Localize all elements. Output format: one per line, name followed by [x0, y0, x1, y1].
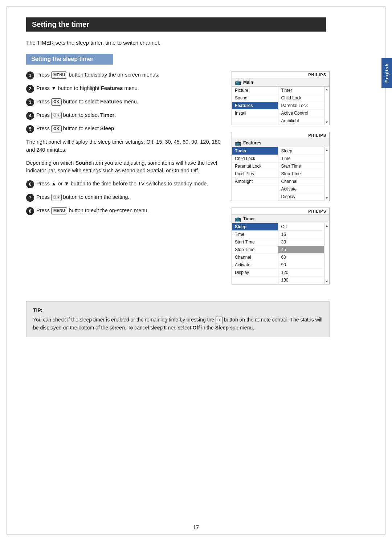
tv-menu-timer-title: Timer — [243, 216, 255, 221]
tip-content: You can check if the sleep timer is enab… — [33, 316, 323, 332]
step-8: 8 Press MENU button to exit the on-scree… — [26, 207, 221, 215]
step-text-6: Press ▲ or ▼ button to the time before t… — [36, 180, 208, 188]
menu2-left-ambilight: Ambilight — [232, 178, 278, 185]
menu1-right-ambilight: Ambilight — [278, 117, 324, 125]
menu3-left-display: Display — [232, 269, 278, 276]
menu3-left-starttime: Start Time — [232, 238, 278, 246]
scroll-up-arrow-2[interactable]: ▲ — [325, 148, 328, 152]
step-4: 4 Press OK button to select Timer. — [26, 111, 221, 120]
menu3-right-180: 180 — [278, 276, 324, 284]
menu1-left-sound: Sound — [232, 94, 278, 102]
menu1-left-picture: Picture — [232, 87, 278, 94]
menu3-right-15: 15 — [278, 231, 324, 238]
step-number-6: 6 — [26, 180, 34, 188]
scroll-down-arrow-1[interactable]: ▼ — [325, 120, 328, 124]
ok-button-icon-4: OK — [51, 112, 62, 119]
menu2-right-activate: Activate — [278, 185, 324, 193]
step-2: 2 Press ▼ button to highlight Features m… — [26, 85, 221, 93]
menu1-right-childlock: Child Lock — [278, 94, 324, 102]
tv-menu-main-title: Main — [243, 80, 253, 85]
step-1: 1 Press MENU button to display the on-sc… — [26, 71, 221, 79]
tv-icon-2: 📺 — [235, 140, 241, 146]
scroll-up-arrow-1[interactable]: ▲ — [325, 87, 328, 91]
menu3-right-120: 120 — [278, 269, 324, 276]
step-number-7: 7 — [26, 194, 34, 202]
menu2-right-sleep: Sleep — [278, 147, 324, 155]
menu-button-icon: MENU — [51, 71, 67, 78]
step-number-8: 8 — [26, 207, 34, 215]
instructions-col: 1 Press MENU button to display the on-sc… — [26, 71, 221, 291]
menu3-left-stoptime: Stop Time — [232, 246, 278, 254]
step-number-3: 3 — [26, 98, 34, 106]
menu2-right-time: Time — [278, 155, 324, 163]
step-3: 3 Press OK button to select Features men… — [26, 98, 221, 106]
menu2-right-starttime: Start Time — [278, 163, 324, 170]
tv-menu-main: PHILIPS 📺 Main Picture Sound Features In… — [232, 71, 330, 125]
menu3-left-activate: Activate — [232, 261, 278, 269]
step-5: 5 Press OK button to select Sleep. — [26, 125, 221, 133]
ok-button-icon-7: OK — [51, 194, 62, 201]
section-title: Setting the timer — [26, 17, 326, 32]
step-text-4: Press OK button to select Timer. — [36, 111, 116, 119]
menu2-left-childlock: Child Lock — [232, 155, 278, 163]
scroll-down-arrow-2[interactable]: ▼ — [325, 196, 328, 200]
intro-text: The TIMER sets the sleep timer, time to … — [26, 40, 326, 46]
tv-menu-features: PHILIPS 📺 Features Timer Child Lock Pare… — [232, 132, 330, 201]
extra-text-1: The right panel will display the sleep t… — [26, 138, 221, 154]
step-number-1: 1 — [26, 71, 34, 79]
ok-button-icon-3: OK — [51, 98, 62, 105]
tv-menu-timer: PHILIPS 📺 Timer Sleep Time Start Time St… — [232, 208, 330, 284]
scroll-down-arrow-3[interactable]: ▼ — [325, 280, 328, 283]
menu1-left-features: Features — [232, 102, 278, 110]
tv-icon-1: 📺 — [235, 79, 241, 85]
sub-section-title: Setting the sleep timer — [26, 54, 113, 65]
menu-button-icon-8: MENU — [51, 207, 67, 214]
menu1-left-install: Install — [232, 110, 278, 117]
menu3-left-channel: Channel — [232, 254, 278, 261]
tv-menu-timer-brand: PHILIPS — [232, 208, 329, 215]
menu3-left-time: Time — [232, 231, 278, 238]
menu3-right-60: 60 — [278, 254, 324, 261]
extra-text-2: Depending on which Sound item you are ad… — [26, 159, 221, 175]
menu1-right-parentallock: Parental Lock — [278, 102, 324, 110]
menu2-left-parentallock: Parental Lock — [232, 163, 278, 170]
step-number-5: 5 — [26, 125, 34, 133]
step-number-2: 2 — [26, 85, 34, 93]
menu3-right-90: 90 — [278, 261, 324, 269]
tip-label: TIP: — [33, 307, 323, 315]
menu1-right-timer: Timer — [278, 87, 324, 94]
menu2-right-display: Display — [278, 193, 324, 201]
tv-icon-3: 📺 — [235, 216, 241, 222]
step-number-4: 4 — [26, 112, 34, 120]
menu3-right-45: 45 — [278, 246, 324, 254]
step-text-8: Press MENU button to exit the on-screen … — [36, 207, 149, 214]
menu2-left-pixelplus: Pixel Plus — [232, 170, 278, 178]
menu1-left-empty1 — [232, 117, 278, 125]
step-text-5: Press OK button to select Sleep. — [36, 125, 116, 132]
step-7: 7 Press OK button to confirm the setting… — [26, 193, 221, 202]
menu2-right-stoptime: Stop Time — [278, 170, 324, 178]
step-6: 6 Press ▲ or ▼ button to the time before… — [26, 180, 221, 188]
scroll-up-arrow-3[interactable]: ▲ — [325, 224, 328, 228]
menu3-right-off: Off — [278, 223, 324, 231]
page-number: 17 — [193, 524, 199, 530]
menus-col: PHILIPS 📺 Main Picture Sound Features In… — [232, 71, 330, 291]
step-text-3: Press OK button to select Features menu. — [36, 98, 138, 106]
english-tab: English — [381, 58, 392, 88]
info-button-icon: i+ — [216, 316, 222, 324]
step-text-2: Press ▼ button to highlight Features men… — [36, 85, 139, 92]
tip-box: TIP: You can check if the sleep timer is… — [26, 301, 330, 337]
menu3-right-30: 30 — [278, 238, 324, 246]
tv-menu-features-title: Features — [243, 140, 261, 146]
ok-button-icon-5: OK — [51, 125, 62, 132]
step-text-7: Press OK button to confirm the setting. — [36, 193, 130, 201]
menu2-left-timer: Timer — [232, 147, 278, 155]
two-col-layout: 1 Press MENU button to display the on-sc… — [26, 71, 330, 291]
menu2-right-channel: Channel — [278, 178, 324, 185]
menu3-left-sleep: Sleep — [232, 223, 278, 231]
menu1-right-activecontrol: Active Control — [278, 110, 324, 117]
tv-menu-features-brand: PHILIPS — [232, 132, 329, 139]
step-text-1: Press MENU button to display the on-scre… — [36, 71, 159, 79]
tv-menu-main-brand: PHILIPS — [232, 71, 329, 78]
